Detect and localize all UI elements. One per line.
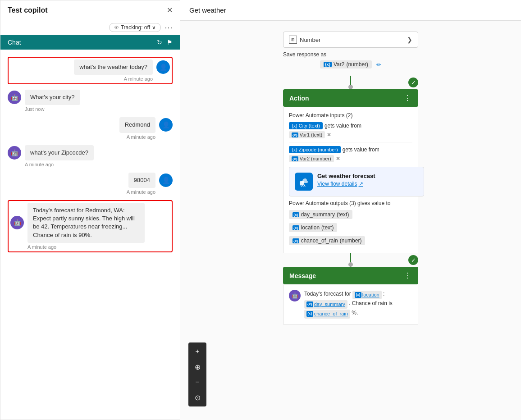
close-button[interactable]: ✕ [167,6,173,14]
view-flow-link[interactable]: View flow details ↗ [317,181,375,187]
panel-title: Test copilot [8,6,48,14]
chance-rain-inline-var: {x} chance_of_rain [304,310,350,319]
divider-1 [289,142,412,142]
location-name: location [301,224,320,231]
message-time-1: A minute ago [124,76,170,82]
chat-header-icons: ↻ ⚑ [157,39,173,46]
left-panel: Test copilot ✕ 👁 Tracking: off ∨ ⋯ Chat … [0,0,180,420]
message-time-3: A minute ago [127,134,173,140]
message-bubble-wrap-2: 🤖 What's your city? [8,90,80,105]
zoom-out-button[interactable]: − [190,375,205,389]
chance-rain-type: (number) [340,237,362,244]
location-icon: {x} [292,225,299,230]
location-inline-var: {x} location [352,291,382,300]
chevron-right-icon: ❯ [407,36,412,43]
action-menu-icon[interactable]: ⋮ [404,94,412,102]
message-time-2: Just now [8,106,44,112]
user-avatar-3: 👤 [159,118,173,132]
message-row-6: 🤖 Today's forecast for Redmond, WA: Expe… [10,203,170,250]
bot-avatar-2: 🤖 [8,91,21,104]
message-bubble-2: What's your city? [25,90,80,105]
var1-name: Var1 [300,132,310,137]
day-summary-inline-icon: {x} [306,301,313,307]
message-preview-text: Today's forecast for {x} location : {x} … [304,290,393,319]
day-summary-name: day_summary [301,211,335,218]
chance-rain-inline-name: chance_of_rain [314,310,348,318]
remove-var1-button[interactable]: ✕ [327,132,331,138]
message-bubble-6: Today's forecast for Redmond, WA: Expect… [27,203,145,243]
message-row-3: 👤 Redmond A minute ago [8,117,173,139]
day-summary-type: (text) [337,211,349,218]
flow-canvas: ⊞ Number ❯ Save response as {x} Var2 (nu… [180,21,521,420]
more-options-button[interactable]: ⋯ [165,23,173,32]
var2-ref-pill: {x} Var2 (number) [289,155,334,162]
forecast-icon [295,173,313,191]
action-input-row-2b: {x} Var2 (number) ✕ [289,155,412,162]
message-bubble-wrap-5: 👤 98004 [128,173,173,188]
action-node-header: Action ⋮ [283,89,418,107]
day-summary-inline-name: day_summary [314,301,345,309]
number-input-label: ⊞ Number [289,36,320,44]
message-time-4: A minute ago [8,162,54,167]
edit-pencil-icon[interactable]: ✏ [376,61,381,68]
message-time-6: A minute ago [10,244,56,250]
chat-body: 👤 what's the weather today? A minute ago… [0,50,180,420]
connector-top-wrap: ✓ [283,76,418,89]
action-body: Power Automate inputs (2) {x} City (text… [283,107,418,253]
preview-line2-mid: . Chance of rain is [349,300,393,306]
message-bubble-wrap-1: 👤 what's the weather today? [74,59,170,75]
forecast-title: Get weather forecast [317,173,375,179]
remove-var2-button[interactable]: ✕ [336,155,340,162]
action-input-row-1: {x} City (text) gets value from [289,122,412,129]
location-type: (text) [321,224,334,231]
message-bubble-4: what's your Zipcocde? [25,145,94,160]
message-body: 🤖 Today's forecast for {x} location : {x… [283,284,418,324]
tracking-toggle[interactable]: 👁 Tracking: off ∨ [109,23,161,32]
number-label: Number [300,37,320,43]
flow-top-section: ⊞ Number ❯ Save response as {x} Var2 (nu… [283,28,418,324]
message-node-title: Message [289,272,316,279]
connector-top [350,76,351,89]
refresh-icon[interactable]: ↻ [157,39,162,46]
message-preview: 🤖 Today's forecast for {x} location : {x… [289,290,412,319]
weather-forecast-node: Get weather forecast View flow details ↗ [289,167,424,196]
bot-avatar-4: 🤖 [8,146,21,160]
check-badge-top: ✓ [408,78,418,87]
var2-name: Var2 [334,61,344,68]
action-node-title: Action [289,95,309,102]
day-summary-pill: {x} day_summary (text) [289,210,352,219]
external-link-icon: ↗ [359,181,363,187]
zoom-in-button[interactable]: + [190,344,205,359]
message-row-5: 👤 98004 A minute ago [8,173,173,195]
highlight-box-6: 🤖 Today's forecast for Redmond, WA: Expe… [8,200,173,252]
city-var-icon: {x} [292,123,297,128]
preview-line1-colon: : [383,291,384,297]
center-target-button[interactable]: ⊕ [190,360,205,374]
check-badge-bottom: ✓ [408,255,418,265]
connector-bottom-wrap: ✓ [283,253,418,267]
message-bubble-wrap-3: 👤 Redmond [119,117,173,132]
message-bubble-1: what's the weather today? [74,59,153,75]
location-inline-name: location [362,291,379,299]
message-row-1: 👤 what's the weather today? A minute ago [10,59,170,82]
user-avatar-1: 👤 [156,60,170,74]
flow-header: Get weather [180,0,521,21]
var2-type: (number) [346,61,368,68]
message-menu-icon[interactable]: ⋮ [404,271,412,280]
message-bubble-wrap-6: 🤖 Today's forecast for Redmond, WA: Expe… [10,203,145,243]
tracking-bar: 👁 Tracking: off ∨ ⋯ [0,20,180,35]
output-item-1: {x} day_summary (text) [289,210,412,221]
flag-icon[interactable]: ⚑ [167,39,173,46]
outputs-section-title: Power Automate outputs (3) gives value t… [289,200,412,206]
chance-rain-icon: {x} [292,238,299,243]
flow-title: Get weather [189,6,226,14]
number-input-node[interactable]: ⊞ Number ❯ [283,32,418,48]
var-icon: {x} [324,62,332,67]
action-input-row-2: {x} Zipcode (number) gets value from [289,146,412,153]
var2-pill: {x} Var2 (number) [320,60,372,68]
day-summary-inline-var: {x} day_summary [304,300,347,309]
fit-button[interactable]: ⊙ [190,390,205,405]
output-item-3: {x} chance_of_rain (number) [289,236,412,247]
outputs-list: {x} day_summary (text) {x} location (tex… [289,210,412,247]
chance-rain-inline-icon: {x} [306,311,313,317]
